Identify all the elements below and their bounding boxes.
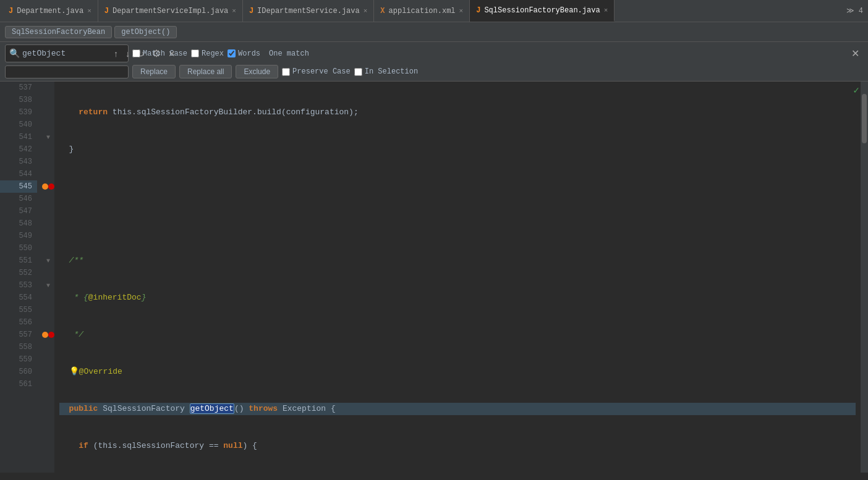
gutter-559 [42, 353, 54, 366]
close-search-btn[interactable]: ✕ [848, 46, 863, 61]
prev-match-btn[interactable]: ↑ [111, 48, 121, 60]
line-num-557: 557 [0, 329, 37, 341]
find-input-wrapper: 🔍 ↑ ↓ ↻ ⚙ ✕ [5, 44, 129, 62]
code-line-543: */ [59, 329, 856, 341]
vertical-scrollbar[interactable]: ✓ [861, 82, 868, 473]
line-num-551: 551 [0, 255, 37, 267]
gutter-555 [42, 304, 54, 316]
code-area: 537 538 539 540 541 542 543 544 545 546 … [0, 82, 868, 473]
java-icon: J [476, 6, 480, 15]
regex-label: Regex [202, 49, 224, 58]
preserve-case-group[interactable]: Preserve Case [282, 67, 351, 76]
tab-idepartmentservice[interactable]: J IDepartmentService.java × [243, 0, 374, 22]
xml-icon: X [380, 7, 385, 15]
breakpoint-icon-545[interactable] [48, 183, 54, 190]
gutter-560 [42, 366, 54, 378]
gutter-547 [42, 205, 54, 217]
gutter-539 [42, 106, 54, 119]
gutter-550 [42, 242, 54, 255]
gutter-557 [42, 329, 54, 341]
gutter-544 [42, 168, 54, 180]
find-input[interactable] [22, 49, 109, 58]
code-line-546: if (this.sqlSessionFactory == null) { [59, 440, 856, 452]
regex-checkbox[interactable] [191, 49, 199, 57]
line-num-540: 540 [0, 119, 37, 131]
gutter-552 [42, 267, 54, 279]
next-match-btn[interactable]: ↓ [123, 48, 132, 60]
fold-icon-553[interactable]: ▼ [46, 282, 50, 289]
match-case-group[interactable]: Match Case [132, 49, 187, 58]
code-line-545: public SqlSessionFactory getObject() thr… [59, 403, 856, 415]
gutter-558 [42, 341, 54, 353]
gutter-549 [42, 230, 54, 242]
tab-close-btn[interactable]: × [87, 7, 91, 15]
fold-icon-541[interactable]: ▼ [46, 134, 50, 141]
tab-sqlsessionfactorybean[interactable]: J SqlSessionFactoryBean.java × [470, 0, 615, 22]
replace-input[interactable] [9, 67, 108, 77]
line-num-549: 549 [0, 230, 37, 242]
line-num-554: 554 [0, 292, 37, 304]
code-line-541: /** [59, 255, 856, 267]
tab-departmentservice[interactable]: J DepartmentServiceImpl.java × [98, 0, 243, 22]
line-num-547: 547 [0, 205, 37, 217]
code-line-544: 💡@Override [59, 366, 856, 378]
tab-close-btn[interactable]: × [364, 7, 368, 15]
tab-close-btn[interactable]: × [459, 7, 464, 15]
line-num-552: 552 [0, 267, 37, 279]
tab-bar: J Department.java × J DepartmentServiceI… [0, 0, 868, 22]
code-content[interactable]: return this.sqlSessionFactoryBuilder.bui… [54, 82, 861, 473]
gutter-540 [42, 119, 54, 131]
line-num-558: 558 [0, 341, 37, 353]
line-num-556: 556 [0, 316, 37, 329]
words-group[interactable]: Words [228, 49, 260, 58]
tab-department[interactable]: J Department.java × [2, 0, 98, 22]
gutter-545 [42, 180, 54, 193]
line-num-544: 544 [0, 168, 37, 180]
line-numbers: 537 538 539 540 541 542 543 544 545 546 … [0, 82, 42, 473]
tab-close-btn[interactable]: × [604, 7, 608, 14]
fold-icon-551[interactable]: ▼ [46, 258, 50, 264]
in-selection-group[interactable]: In Selection [354, 67, 418, 76]
replace-row: Replace Replace all Exclude Preserve Cas… [5, 65, 863, 78]
gutter-542 [42, 143, 54, 156]
line-num-553: 553 [0, 279, 37, 292]
breadcrumb-method[interactable]: getObject() [114, 26, 177, 38]
preserve-case-label: Preserve Case [292, 67, 351, 76]
gutter-551: ▼ [42, 255, 54, 267]
line-num-559: 559 [0, 353, 37, 366]
breadcrumb-class[interactable]: SqlSessionFactoryBean [5, 26, 112, 38]
gutter-561 [42, 378, 54, 390]
gutter-546 [42, 193, 54, 205]
replace-all-btn[interactable]: Replace all [179, 65, 232, 78]
breakpoint-icon-557[interactable] [48, 332, 54, 338]
line-num-539: 539 [0, 106, 37, 119]
tab-close-btn[interactable]: × [232, 7, 236, 15]
words-checkbox[interactable] [228, 49, 236, 57]
gutter-538 [42, 94, 54, 106]
line-num-548: 548 [0, 217, 37, 230]
tab-overflow[interactable]: ≫ 4 [841, 6, 868, 15]
replace-input-wrapper [5, 65, 129, 78]
exclude-btn[interactable]: Exclude [236, 65, 278, 78]
replace-btn[interactable]: Replace [132, 65, 176, 78]
tab-label: application.xml [389, 7, 456, 15]
line-num-542: 542 [0, 143, 37, 156]
match-case-checkbox[interactable] [132, 49, 140, 57]
tab-label: DepartmentServiceImpl.java [113, 7, 228, 15]
scrollbar-thumb[interactable] [862, 94, 867, 143]
one-match-label: One match [269, 49, 309, 58]
tab-label: Department.java [17, 7, 83, 15]
regex-group[interactable]: Regex [191, 49, 224, 58]
tab-applicationxml[interactable]: X application.xml × [374, 0, 470, 22]
preserve-case-checkbox[interactable] [282, 68, 290, 76]
gutter-554 [42, 292, 54, 304]
in-selection-label: In Selection [365, 67, 418, 76]
gutter: ▼ ▼ ▼ [42, 82, 54, 473]
in-selection-checkbox[interactable] [354, 68, 362, 76]
words-label: Words [238, 49, 260, 58]
line-num-555: 555 [0, 304, 37, 316]
line-num-545: 545 [0, 180, 37, 193]
warning-icon-557 [42, 332, 48, 338]
warning-icon-545 [42, 183, 48, 190]
code-line-538: } [59, 143, 856, 156]
